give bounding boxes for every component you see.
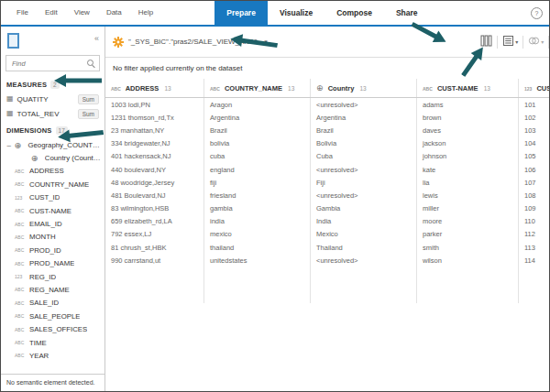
grid-cell[interactable]: India xyxy=(311,215,417,228)
grid-cell[interactable]: thailand xyxy=(204,241,311,254)
grid-cell[interactable]: brown xyxy=(417,111,519,124)
column-header[interactable]: 123 CUST_ID 13 xyxy=(519,79,550,98)
column-header[interactable]: ABC ADDRESS 13 xyxy=(105,79,204,98)
column-header[interactable]: ABC COUNTRY_NAME 13 xyxy=(204,79,311,98)
dataset-panel-icon[interactable] xyxy=(7,33,19,49)
grid-cell[interactable]: unitedstates xyxy=(204,254,311,267)
grid-cell[interactable]: 110 xyxy=(519,215,550,228)
grid-cell[interactable]: daves xyxy=(417,124,519,136)
grid-cell[interactable]: 106 xyxy=(519,163,550,176)
grid-cell[interactable]: friesland xyxy=(204,189,311,201)
grid-cell[interactable]: 114 xyxy=(519,254,550,267)
grid-cell[interactable]: lewis xyxy=(417,189,519,201)
grid-cell[interactable]: 83 wilmington,HSB xyxy=(105,202,204,215)
aggregation-badge[interactable]: Sum xyxy=(78,94,99,104)
grid-cell[interactable]: 107 xyxy=(519,176,550,189)
grid-cell[interactable]: kate xyxy=(417,163,519,176)
aggregation-badge[interactable]: Sum xyxy=(78,109,99,119)
grid-cell[interactable]: 23 manhattan,NY xyxy=(105,124,204,136)
grid-cell[interactable]: 401 hackensack,NJ xyxy=(105,150,204,163)
dataset-selector[interactable]: "_SYS_BIC"."pras2/SALE_VIEW_ANA" ▾ xyxy=(113,37,268,48)
geo-enrichment-icon[interactable]: ▾ xyxy=(527,34,544,50)
dimension-item[interactable]: ABC PROD_NAME xyxy=(1,257,104,270)
grid-cell[interactable]: 108 xyxy=(519,189,550,201)
grid-cell[interactable]: johnson xyxy=(417,150,519,163)
grid-cell[interactable]: Aragon xyxy=(204,98,311,112)
help-icon[interactable]: ? xyxy=(531,7,543,19)
grid-cell[interactable]: 81 chrush_st,HBK xyxy=(105,241,204,254)
grid-cell[interactable]: <unresolved> xyxy=(311,189,417,201)
grid-cell[interactable]: england xyxy=(204,163,311,176)
measure-item[interactable]: ▦ TOTAL_REV Sum xyxy=(1,106,104,121)
grid-cell[interactable]: moore xyxy=(417,215,519,228)
grid-cell[interactable]: 112 xyxy=(519,228,550,241)
grid-cell[interactable]: mexico xyxy=(204,228,311,241)
grid-cell[interactable]: 102 xyxy=(519,111,550,124)
column-header[interactable]: ABC CUST-NAME 13 xyxy=(417,79,519,98)
grid-cell[interactable]: Thailand xyxy=(311,241,417,254)
collapse-panel-icon[interactable]: « xyxy=(94,35,99,43)
dimension-item[interactable]: ABC SALE_PEOPLE xyxy=(1,310,104,322)
grid-cell[interactable]: 48 woodridge,Jersey xyxy=(105,176,204,189)
dimension-item[interactable]: ABC PROD_ID xyxy=(1,244,104,256)
grid-cell[interactable]: 1003 lodi,PN xyxy=(105,98,204,112)
menu-view[interactable]: View xyxy=(66,1,98,25)
dimension-item[interactable]: ABC TIME xyxy=(1,336,104,349)
dimension-item[interactable]: ABC CUST-NAME xyxy=(1,204,104,217)
search-input[interactable] xyxy=(10,59,86,69)
column-header[interactable]: ⊕ Country 13 xyxy=(311,79,417,98)
grid-cell[interactable]: lia xyxy=(417,176,519,189)
dimension-item[interactable]: ABC YEAR xyxy=(1,349,104,362)
grid-cell[interactable]: fiji xyxy=(204,176,311,189)
grid-cell[interactable]: Bolivia xyxy=(311,137,417,150)
grid-cell[interactable]: cuba xyxy=(204,150,311,163)
dimension-item[interactable]: ABC SALES_OFFICES xyxy=(1,322,104,335)
grid-cell[interactable]: jackson xyxy=(417,137,519,150)
grid-cell[interactable]: 104 xyxy=(519,137,550,150)
list-view-icon[interactable]: ▾ xyxy=(501,34,519,50)
grid-cell[interactable]: 440 boulevard,NY xyxy=(105,163,204,176)
grid-cell[interactable]: 792 essex,LJ xyxy=(105,228,204,241)
dimension-item[interactable]: ABC ADDRESS xyxy=(1,165,104,178)
grid-cell[interactable]: Argentina xyxy=(311,111,417,124)
grid-cell[interactable]: Argentina xyxy=(204,111,311,124)
grid-cell[interactable]: 103 xyxy=(519,124,550,136)
measure-item[interactable]: ▦ QUATITY Sum xyxy=(1,92,104,106)
grid-cell[interactable]: 481 Boulevard,NJ xyxy=(105,189,204,201)
grid-cell[interactable]: Brazil xyxy=(311,124,417,136)
grid-cell[interactable]: Brazil xyxy=(204,124,311,136)
grid-cell[interactable]: 1231 thomson_rd,Tx xyxy=(105,111,204,124)
grid-cell[interactable]: Cuba xyxy=(311,150,417,163)
grid-cell[interactable]: miller xyxy=(417,202,519,215)
grid-cell[interactable]: parker xyxy=(417,228,519,241)
tab-share[interactable]: Share xyxy=(384,1,430,25)
grid-cell[interactable]: 101 xyxy=(519,98,550,112)
tab-compose[interactable]: Compose xyxy=(324,1,384,25)
grid-cell[interactable]: Fiji xyxy=(311,176,417,189)
column-settings-icon[interactable] xyxy=(479,34,493,50)
dimension-item[interactable]: 123 REG_ID xyxy=(1,270,104,283)
menu-edit[interactable]: Edit xyxy=(37,1,66,25)
grid-cell[interactable]: 334 bridgewater,NJ xyxy=(105,137,204,150)
dimension-item[interactable]: ABC REG_NAME xyxy=(1,283,104,296)
dimension-item[interactable]: ABC SALE_ID xyxy=(1,297,104,310)
grid-cell[interactable]: <unresolved> xyxy=(311,254,417,267)
dimension-item[interactable]: ABC COUNTRY_NAME xyxy=(1,178,104,191)
dimension-item[interactable]: ⊕ Country (Country... xyxy=(1,151,104,164)
grid-cell[interactable]: wilson xyxy=(417,254,519,267)
dimension-item[interactable]: ABC EMAIL_ID xyxy=(1,217,104,230)
dimension-item[interactable]: ABC MONTH xyxy=(1,231,104,244)
grid-cell[interactable]: <unresolved> xyxy=(311,98,417,112)
grid-cell[interactable]: 113 xyxy=(519,241,550,254)
grid-cell[interactable]: 659 elizabeth_rd,LA xyxy=(105,215,204,228)
grid-cell[interactable]: bolivia xyxy=(204,137,311,150)
grid-cell[interactable]: gambia xyxy=(204,202,311,215)
grid-cell[interactable]: adams xyxy=(417,98,519,112)
menu-file[interactable]: File xyxy=(8,1,37,25)
dimension-item[interactable]: 123 CUST_ID xyxy=(1,191,104,204)
grid-cell[interactable]: 105 xyxy=(519,150,550,163)
tab-visualize[interactable]: Visualize xyxy=(268,1,324,25)
grid-cell[interactable]: Gambia xyxy=(311,202,417,215)
tab-prepare[interactable]: Prepare xyxy=(214,1,268,25)
grid-cell[interactable]: india xyxy=(204,215,311,228)
